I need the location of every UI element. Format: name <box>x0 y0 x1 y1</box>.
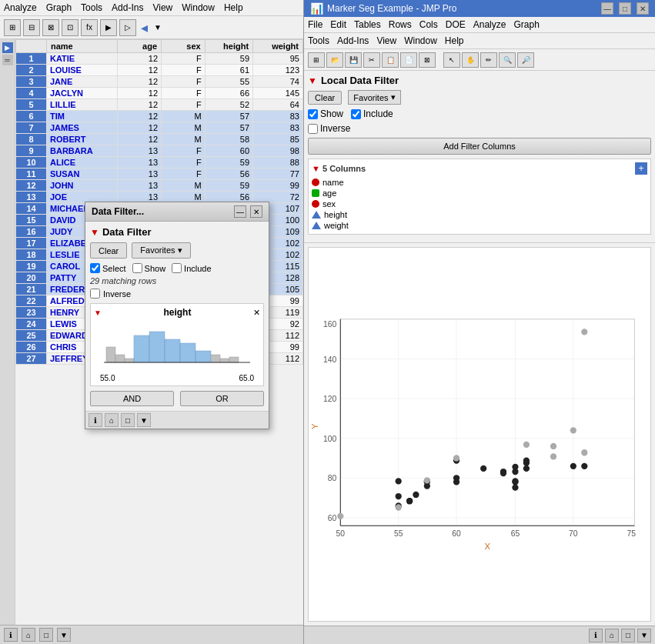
add-filter-columns-btn[interactable]: Add Filter Columns <box>308 138 651 155</box>
dialog-favorites-btn[interactable]: Favorites ▾ <box>132 242 190 259</box>
right-minimize-btn[interactable]: — <box>601 2 613 15</box>
dialog-red-triangle[interactable]: ▼ <box>90 227 99 238</box>
filter-inverse-checkbox[interactable] <box>308 124 318 134</box>
table-row[interactable]: 6TIM12M5783 <box>16 111 303 122</box>
columns-add-btn[interactable]: + <box>635 162 647 175</box>
col-header-weight[interactable]: weight <box>253 40 303 53</box>
dialog-inverse-checkbox[interactable] <box>90 289 100 299</box>
table-row[interactable]: 7JAMES12M5783 <box>16 122 303 134</box>
dialog-close-btn[interactable]: ✕ <box>250 205 262 218</box>
table-row[interactable]: 1KATIE12F5995 <box>16 53 303 65</box>
nav-down-btn[interactable]: ▼ <box>57 628 71 642</box>
toolbar-btn-2[interactable]: ⊟ <box>23 19 40 36</box>
right-info-btn[interactable]: ℹ <box>589 629 603 642</box>
table-row[interactable]: 3JANE12F5574 <box>16 76 303 88</box>
filter-favorites-btn[interactable]: Favorites ▾ <box>348 90 400 105</box>
dialog-select-check-label[interactable]: Select <box>90 263 126 273</box>
right-box-btn[interactable]: □ <box>621 629 635 642</box>
left-arrow-icon[interactable]: ◂ <box>139 19 150 36</box>
dialog-or-btn[interactable]: OR <box>180 391 264 406</box>
table-row[interactable]: 8ROBERT12M5885 <box>16 134 303 145</box>
filter-triangle-icon[interactable]: ▼ <box>308 75 317 86</box>
dialog-and-btn[interactable]: AND <box>90 391 174 406</box>
table-row[interactable]: 10ALICE13F5988 <box>16 157 303 169</box>
right-menu-doe[interactable]: DOE <box>446 19 466 30</box>
filter-clear-btn[interactable]: Clear <box>308 91 342 105</box>
histogram-close-btn[interactable]: ✕ <box>253 308 260 318</box>
rtoolbar-btn-10[interactable]: ✏ <box>480 52 497 68</box>
col-header-age[interactable]: age <box>118 40 162 53</box>
right-menu-graph[interactable]: Graph <box>513 19 539 30</box>
right-menu-tools[interactable]: Tools <box>308 35 329 46</box>
dialog-arrow-icon[interactable]: ▼ <box>137 413 151 427</box>
columns-triangle[interactable]: ▼ <box>312 164 320 173</box>
dialog-show-check-label[interactable]: Show <box>132 263 166 273</box>
col-header-name[interactable]: name <box>47 40 118 53</box>
rtoolbar-btn-11[interactable]: 🔍 <box>499 52 516 68</box>
right-menu-view[interactable]: View <box>376 35 396 46</box>
right-menu-window[interactable]: Window <box>404 35 437 46</box>
dialog-minimize-btn[interactable]: — <box>234 205 246 218</box>
filter-inverse-label[interactable]: Inverse <box>308 123 651 134</box>
right-menu-addins[interactable]: Add-Ins <box>337 35 369 46</box>
dialog-show-checkbox[interactable] <box>132 263 142 273</box>
filter-show-label[interactable]: Show <box>308 108 343 119</box>
filter-include-checkbox[interactable] <box>351 109 361 119</box>
toolbar-btn-4[interactable]: ⊡ <box>62 19 79 36</box>
rtoolbar-btn-1[interactable]: ⊞ <box>308 52 325 68</box>
rtoolbar-btn-5[interactable]: 📋 <box>382 52 399 68</box>
rtoolbar-btn-6[interactable]: 📄 <box>400 52 417 68</box>
right-menu-tables[interactable]: Tables <box>354 19 381 30</box>
toolbar-btn-1[interactable]: ⊞ <box>4 19 21 36</box>
toolbar-btn-6[interactable]: ▶ <box>100 19 117 36</box>
toolbar-btn-5[interactable]: fx <box>81 19 98 36</box>
menu-help[interactable]: Help <box>224 2 243 13</box>
table-row[interactable]: 9BARBARA13F6098 <box>16 145 303 157</box>
rtoolbar-btn-9[interactable]: ✋ <box>462 52 479 68</box>
toolbar-btn-3[interactable]: ⊠ <box>42 19 59 36</box>
table-row[interactable]: 4JACLYN12F66145 <box>16 88 303 99</box>
right-menu-file[interactable]: File <box>308 19 322 30</box>
dialog-box-icon[interactable]: □ <box>121 413 135 427</box>
right-restore-btn[interactable]: □ <box>619 2 631 15</box>
right-menu-help[interactable]: Help <box>445 35 464 46</box>
menu-window[interactable]: Window <box>182 2 215 13</box>
menu-view[interactable]: View <box>152 2 172 13</box>
nav-box-btn[interactable]: □ <box>39 628 53 642</box>
toolbar-btn-7[interactable]: ▷ <box>119 19 136 36</box>
dialog-select-checkbox[interactable] <box>90 263 100 273</box>
nav-home-btn[interactable]: ⌂ <box>22 628 35 642</box>
right-down-btn[interactable]: ▼ <box>637 629 651 642</box>
menu-analyze[interactable]: Analyze <box>4 2 37 13</box>
rtoolbar-btn-2[interactable]: 📂 <box>326 52 343 68</box>
right-menu-cols[interactable]: Cols <box>419 19 438 30</box>
rtoolbar-btn-7[interactable]: ⊠ <box>419 52 436 68</box>
menu-addins[interactable]: Add-Ins <box>112 2 143 13</box>
rtoolbar-btn-4[interactable]: ✂ <box>363 52 380 68</box>
dialog-clear-btn[interactable]: Clear <box>90 242 127 259</box>
menu-tools[interactable]: Tools <box>81 2 102 13</box>
right-home-btn[interactable]: ⌂ <box>605 629 619 642</box>
menu-graph[interactable]: Graph <box>46 2 72 13</box>
table-row[interactable]: 2LOUISE12F61123 <box>16 65 303 76</box>
table-row[interactable]: 5LILLIE12F5264 <box>16 99 303 111</box>
col-header-sex[interactable]: sex <box>162 40 206 53</box>
table-row[interactable]: 11SUSAN13F5677 <box>16 169 303 180</box>
table-row[interactable]: 12JOHN13M5999 <box>16 180 303 192</box>
rtoolbar-btn-12[interactable]: 🔎 <box>517 52 534 68</box>
dialog-info-icon[interactable]: ℹ <box>89 413 102 427</box>
filter-include-label[interactable]: Include <box>351 108 393 119</box>
hist-triangle-icon[interactable]: ▼ <box>94 309 102 317</box>
right-menu-edit[interactable]: Edit <box>330 19 346 30</box>
dialog-include-checkbox[interactable] <box>172 263 182 273</box>
dialog-include-check-label[interactable]: Include <box>172 263 211 273</box>
rtoolbar-btn-8[interactable]: ↖ <box>443 52 460 68</box>
col-header-height[interactable]: height <box>205 40 252 53</box>
nav-info-btn[interactable]: ℹ <box>4 628 18 642</box>
right-menu-rows[interactable]: Rows <box>389 19 412 30</box>
dialog-home-icon[interactable]: ⌂ <box>105 413 119 427</box>
right-close-btn[interactable]: ✕ <box>637 2 649 15</box>
filter-show-checkbox[interactable] <box>308 109 318 119</box>
right-menu-analyze[interactable]: Analyze <box>473 19 506 30</box>
rtoolbar-btn-3[interactable]: 💾 <box>345 52 362 68</box>
